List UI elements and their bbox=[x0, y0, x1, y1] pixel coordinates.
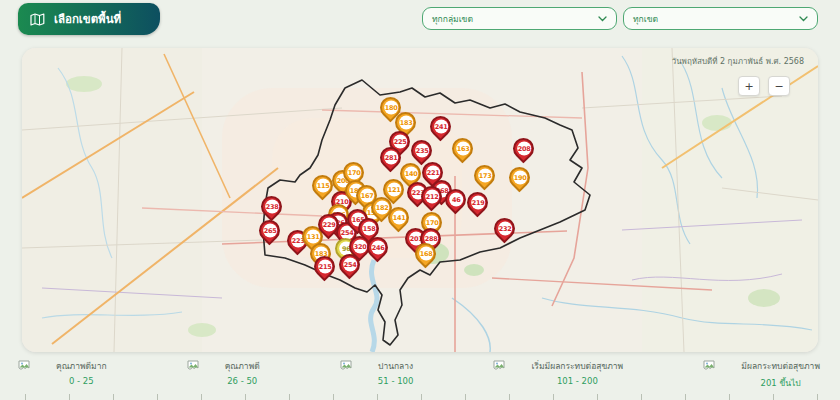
map-date-label: วันพฤหัสบดีที่ 2 กุมภาพันธ์ พ.ศ. 2568 bbox=[672, 55, 804, 68]
marker-value: 170 bbox=[346, 165, 360, 179]
legend-range: 51 - 100 bbox=[378, 376, 414, 386]
marker-value: 183 bbox=[398, 115, 412, 129]
marker-value: 215 bbox=[317, 259, 331, 273]
marker-value: 173 bbox=[477, 168, 491, 182]
marker-value: 254 bbox=[342, 257, 356, 271]
marker-value: 232 bbox=[497, 221, 511, 235]
map-marker[interactable]: 241 bbox=[425, 111, 455, 141]
map-marker[interactable]: 235 bbox=[406, 135, 436, 165]
legend-label: มีผลกระทบต่อสุขภาพ bbox=[741, 359, 820, 373]
map-marker[interactable]: 208 bbox=[508, 133, 538, 163]
marker-value: 320 bbox=[352, 239, 366, 253]
marker-value: 225 bbox=[392, 134, 406, 148]
marker-value: 241 bbox=[433, 119, 447, 133]
legend-broken-image-icon bbox=[340, 358, 352, 372]
marker-value: 180 bbox=[383, 100, 397, 114]
select-area-title: เลือกเขตพื้นที่ bbox=[54, 10, 121, 28]
map-marker[interactable]: 173 bbox=[469, 160, 499, 190]
legend-range: 201 ขึ้นไป bbox=[761, 376, 801, 390]
marker-value: 182 bbox=[374, 200, 388, 214]
legend-broken-image-icon bbox=[18, 358, 30, 372]
map-icon bbox=[30, 13, 45, 26]
legend-broken-image-icon bbox=[187, 358, 199, 372]
map-marker[interactable]: 163 bbox=[447, 133, 477, 163]
district-value: ทุกเขต bbox=[633, 12, 658, 26]
marker-value: 246 bbox=[370, 240, 384, 254]
map-marker[interactable]: 219 bbox=[462, 187, 492, 217]
legend-item: มีผลกระทบต่อสุขภาพ 201 ขึ้นไป bbox=[703, 358, 820, 392]
zoom-in-button[interactable]: + bbox=[738, 76, 760, 96]
marker-value: 167 bbox=[359, 188, 373, 202]
legend-label: คุณภาพดี bbox=[225, 359, 260, 373]
marker-value: 131 bbox=[305, 229, 319, 243]
marker-value: 140 bbox=[403, 166, 417, 180]
marker-value: 235 bbox=[414, 143, 428, 157]
legend-label: เริ่มมีผลกระทบต่อสุขภาพ bbox=[531, 359, 623, 373]
marker-value: 121 bbox=[386, 182, 400, 196]
marker-value: 141 bbox=[391, 210, 405, 224]
legend-item: ปานกลาง 51 - 100 bbox=[340, 358, 414, 392]
bottom-ruler-ticks bbox=[0, 393, 840, 400]
marker-value: 212 bbox=[424, 189, 438, 203]
filter-bar: ทุกกลุ่มเขต ทุกเขต bbox=[422, 7, 818, 30]
district-group-select[interactable]: ทุกกลุ่มเขต bbox=[422, 7, 617, 30]
marker-value: 219 bbox=[470, 195, 484, 209]
legend-broken-image-icon bbox=[493, 358, 505, 372]
zoom-out-button[interactable]: − bbox=[768, 76, 790, 96]
legend-range: 26 - 50 bbox=[227, 376, 257, 386]
marker-value: 221 bbox=[425, 165, 439, 179]
legend-range: 0 - 25 bbox=[69, 376, 94, 386]
marker-value: 208 bbox=[516, 141, 530, 155]
marker-value: 190 bbox=[512, 170, 526, 184]
legend-broken-image-icon bbox=[703, 358, 715, 372]
chevron-down-icon bbox=[799, 16, 808, 22]
district-map[interactable]: วันพฤหัสบดีที่ 2 กุมภาพันธ์ พ.ศ. 2568 + … bbox=[22, 48, 818, 352]
marker-value: 238 bbox=[264, 199, 278, 213]
legend-item: คุณภาพดี 26 - 50 bbox=[187, 358, 260, 392]
marker-value: 158 bbox=[361, 221, 375, 235]
aqi-legend: คุณภาพดีมาก 0 - 25 คุณภาพดี 26 - 50 ปานก bbox=[0, 358, 840, 392]
map-zoom-controls: + − bbox=[738, 76, 790, 96]
marker-value: 163 bbox=[455, 141, 469, 155]
marker-value: 115 bbox=[315, 178, 329, 192]
legend-label: ปานกลาง bbox=[378, 359, 413, 373]
map-marker[interactable]: 232 bbox=[489, 213, 519, 243]
marker-value: 168 bbox=[418, 246, 432, 260]
legend-item: เริ่มมีผลกระทบต่อสุขภาพ 101 - 200 bbox=[493, 358, 623, 392]
marker-value: 229 bbox=[321, 217, 335, 231]
chevron-down-icon bbox=[598, 16, 607, 22]
select-area-header: เลือกเขตพื้นที่ bbox=[18, 3, 160, 35]
marker-value: 265 bbox=[262, 223, 276, 237]
map-marker[interactable]: 265 bbox=[254, 215, 284, 245]
legend-item: คุณภาพดีมาก 0 - 25 bbox=[18, 358, 107, 392]
marker-layer: 1801832252412352211632082811731902684621… bbox=[22, 48, 818, 352]
map-marker[interactable]: 190 bbox=[504, 162, 534, 192]
marker-value: 281 bbox=[383, 150, 397, 164]
legend-label: คุณภาพดีมาก bbox=[56, 359, 107, 373]
map-marker[interactable]: 238 bbox=[256, 191, 286, 221]
district-select[interactable]: ทุกเขต bbox=[623, 7, 818, 30]
district-group-value: ทุกกลุ่มเขต bbox=[432, 12, 473, 26]
legend-range: 101 - 200 bbox=[557, 376, 598, 386]
marker-value: 46 bbox=[448, 192, 462, 206]
